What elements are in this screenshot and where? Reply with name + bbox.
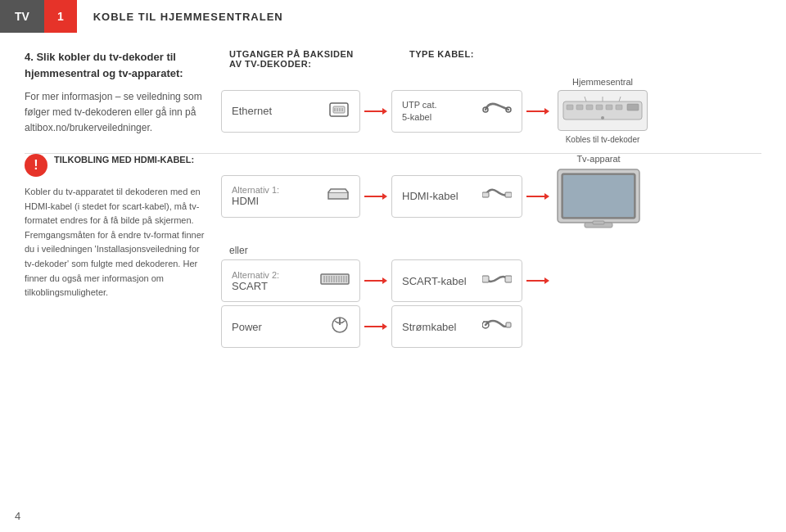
scart-cable-box: SCART-kabel xyxy=(391,259,522,302)
scart-cable-label: SCART-kabel xyxy=(402,275,467,287)
header-bar: TV 1 KOBLE TIL HJEMMESENTRALEN xyxy=(0,0,786,33)
hjemmesentral-device xyxy=(558,90,648,131)
arrow-scart-to-cable xyxy=(364,273,388,288)
scart-alt-label: Alternativ 2: xyxy=(232,270,279,280)
bottom-section: ! TILKOBLING MED HDMI-KABEL: Kobler du t… xyxy=(0,154,786,359)
svg-point-20 xyxy=(601,116,604,119)
arrow-scart-cable-to-tv xyxy=(526,274,550,287)
step-title: 4. Slik kobler du tv-dekoder til hjemmes… xyxy=(25,49,205,81)
header-title: KOBLE TIL HJEMMESENTRALEN xyxy=(77,11,283,23)
svg-line-23 xyxy=(619,97,621,101)
hjemmesentral-label-bottom: Kobles til tv-dekoder xyxy=(566,134,640,145)
ethernet-port-icon xyxy=(328,101,350,121)
scart-diagram-row: Alternativ 2: SCART xyxy=(221,259,761,302)
svg-rect-19 xyxy=(627,104,639,110)
arrow-hdmi-to-cable xyxy=(364,189,388,204)
svg-rect-26 xyxy=(482,192,489,197)
hdmi-cable-icon xyxy=(482,183,512,210)
svg-rect-59 xyxy=(506,322,511,327)
svg-rect-17 xyxy=(606,105,612,110)
hdmi-port-box: Alternativ 1: HDMI xyxy=(221,175,360,218)
svg-marker-55 xyxy=(382,323,387,330)
hjemmesentral-label-top: Hjemmesentral xyxy=(572,77,633,87)
warning-section: ! TILKOBLING MED HDMI-KABEL: Kobler du t… xyxy=(25,154,205,351)
power-port-icon xyxy=(330,315,350,338)
power-cable-icon xyxy=(482,313,512,340)
svg-rect-49 xyxy=(505,276,512,282)
svg-marker-11 xyxy=(544,108,549,115)
svg-line-21 xyxy=(585,97,586,101)
warning-icon: ! xyxy=(25,154,47,177)
hdmi-diagram-row: Alternativ 1: HDMI HDMI-kabel xyxy=(221,154,761,238)
header-step-number: 1 xyxy=(44,0,77,33)
step-desc: For mer informasjon – se veiledning som … xyxy=(25,89,205,137)
bottom-diagrams: Alternativ 1: HDMI HDMI-kabel xyxy=(221,154,761,351)
warning-header-row: ! TILKOBLING MED HDMI-KABEL: xyxy=(25,154,205,177)
svg-marker-7 xyxy=(382,108,387,115)
svg-rect-14 xyxy=(576,105,583,110)
header-tv-label: TV xyxy=(0,0,44,33)
arrow-ethernet-to-cable xyxy=(364,104,388,119)
hdmi-cable-label: HDMI-kabel xyxy=(402,190,458,202)
left-column: 4. Slik kobler du tv-dekoder til hjemmes… xyxy=(25,49,205,145)
svg-marker-51 xyxy=(544,277,549,284)
svg-rect-48 xyxy=(482,276,489,282)
svg-rect-27 xyxy=(505,192,512,197)
arrow-hdmi-cable-to-tv xyxy=(526,190,550,203)
svg-marker-29 xyxy=(544,193,549,200)
svg-rect-35 xyxy=(321,274,349,284)
svg-rect-13 xyxy=(567,105,573,110)
power-cable-box: Strømkabel xyxy=(391,305,522,348)
power-diagram-row: Power Strømkabel xyxy=(221,305,761,348)
page-number: 4 xyxy=(15,510,20,522)
ethernet-diagram-row: Ethernet xyxy=(221,77,761,145)
hdmi-port-label: HDMI xyxy=(232,195,279,207)
hjemmesentral-dest: Hjemmesentral xyxy=(553,77,652,145)
or-label: eller xyxy=(221,245,761,256)
utp-cable-label: UTP cat.5-kabel xyxy=(402,99,437,123)
svg-rect-15 xyxy=(586,105,593,110)
warning-title: TILKOBLING MED HDMI-KABEL: xyxy=(54,154,194,166)
col-header-ports: UTGANGER PÅ BAKSIDEN AV TV-DEKODER: xyxy=(229,49,368,69)
scart-port-box: Alternativ 2: SCART xyxy=(221,259,360,302)
power-port-box: Power xyxy=(221,305,360,348)
col-header-cables: TYPE KABEL: xyxy=(409,49,540,69)
arrow-power-to-cable xyxy=(364,319,388,334)
scart-port-label: SCART xyxy=(232,280,279,292)
tv-dest-wrapper: Tv-apparat xyxy=(553,154,644,238)
power-cable-label: Strømkabel xyxy=(402,321,456,333)
svg-marker-25 xyxy=(382,193,387,200)
scart-cable-icon xyxy=(482,268,512,294)
main-content: 4. Slik kobler du tv-dekoder til hjemmes… xyxy=(0,33,786,153)
svg-marker-47 xyxy=(382,277,387,284)
utp-cable-box: UTP cat.5-kabel xyxy=(391,90,522,133)
hdmi-alt-label: Alternativ 1: xyxy=(232,185,279,195)
svg-rect-18 xyxy=(616,105,622,110)
ethernet-port-box: Ethernet xyxy=(221,90,360,133)
ethernet-port-label: Ethernet xyxy=(232,105,272,117)
column-headers: UTGANGER PÅ BAKSIDEN AV TV-DEKODER: TYPE… xyxy=(229,49,761,69)
tv-dest-device xyxy=(553,165,644,238)
svg-rect-32 xyxy=(563,175,634,217)
scart-port-icon xyxy=(320,273,350,289)
middle-section-top: UTGANGER PÅ BAKSIDEN AV TV-DEKODER: TYPE… xyxy=(221,49,761,145)
warning-text: Kobler du tv-apparatet til dekoderen med… xyxy=(25,185,205,300)
power-port-label: Power xyxy=(232,321,262,333)
svg-rect-16 xyxy=(596,105,603,110)
hdmi-port-icon xyxy=(327,187,350,205)
arrow-cable-to-dest xyxy=(526,105,550,118)
svg-rect-34 xyxy=(593,221,604,224)
tv-dest-label: Tv-apparat xyxy=(576,154,620,164)
hdmi-cable-box: HDMI-kabel xyxy=(391,175,522,218)
utp-cable-icon xyxy=(482,98,512,124)
